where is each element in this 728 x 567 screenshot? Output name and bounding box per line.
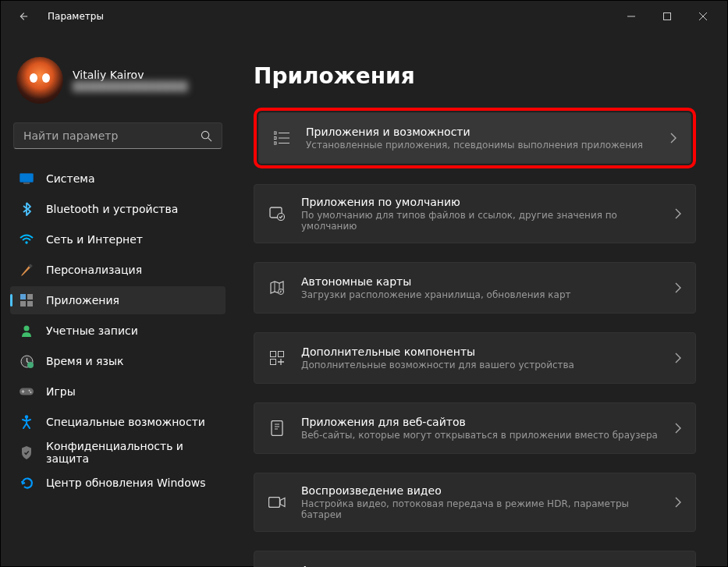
profile-info: Vitaliy Kairov ████████████████ — [73, 69, 188, 92]
sidebar-item-time[interactable]: Время и язык — [10, 347, 226, 375]
card-subtitle: Дополнительные возможности для вашего ус… — [301, 360, 659, 370]
settings-card-web-apps[interactable]: Приложения для веб-сайтовВеб-сайты, кото… — [254, 402, 696, 454]
components-icon — [268, 349, 286, 367]
chevron-right-icon — [675, 497, 681, 508]
sidebar-item-update[interactable]: Центр обновления Windows — [10, 469, 226, 497]
chevron-right-icon — [675, 423, 681, 434]
svg-rect-7 — [27, 294, 33, 299]
svg-point-15 — [30, 392, 31, 393]
sidebar-item-system[interactable]: Система — [10, 165, 226, 193]
settings-card-default-apps[interactable]: Приложения по умолчаниюПо умолчанию для … — [254, 184, 696, 243]
settings-card-startup[interactable]: АвтозагрузкаПриложения, которые запускаю… — [254, 551, 696, 567]
svg-point-14 — [29, 390, 30, 392]
svg-rect-9 — [27, 301, 33, 307]
main-panel: Приложения Приложения и возможностиУстан… — [235, 32, 727, 567]
sidebar-item-label: Время и язык — [46, 355, 123, 367]
avatar — [16, 57, 63, 104]
settings-card-maps[interactable]: Автономные картыЗагрузки расположение хр… — [254, 262, 696, 314]
svg-point-1 — [201, 131, 208, 138]
svg-rect-23 — [271, 352, 276, 357]
svg-rect-27 — [269, 498, 280, 508]
default-apps-icon — [268, 205, 286, 222]
sidebar-item-label: Специальные возможности — [46, 416, 205, 428]
sidebar-item-label: Сеть и Интернет — [46, 233, 143, 246]
svg-rect-17 — [274, 132, 276, 134]
sidebar-item-wifi[interactable]: Сеть и Интернет — [10, 225, 226, 253]
chevron-right-icon — [670, 133, 677, 144]
system-icon — [20, 172, 34, 186]
chevron-right-icon — [675, 353, 681, 363]
card-title: Приложения для веб-сайтов — [301, 416, 659, 428]
sidebar-item-label: Система — [46, 172, 94, 185]
svg-rect-26 — [272, 421, 282, 436]
settings-card-components[interactable]: Дополнительные компонентыДополнительные … — [254, 332, 696, 384]
settings-card-list[interactable]: Приложения и возможностиУстановленные пр… — [258, 112, 691, 164]
sidebar-item-label: Персонализация — [46, 264, 142, 276]
card-list: Приложения и возможностиУстановленные пр… — [254, 108, 696, 567]
window-title: Параметры — [48, 11, 104, 22]
back-button[interactable] — [7, 1, 38, 32]
titlebar: Параметры — [1, 1, 727, 32]
sidebar-item-accessibility[interactable]: Специальные возможности — [10, 408, 226, 436]
search-icon — [201, 130, 212, 142]
card-title: Автономные карты — [301, 275, 659, 288]
video-icon — [268, 494, 286, 511]
chevron-right-icon — [675, 208, 681, 219]
sidebar: Vitaliy Kairov ████████████████ СистемаB… — [1, 32, 235, 567]
sidebar-item-games[interactable]: Игры — [10, 377, 226, 406]
sidebar-item-label: Конфиденциальность и защита — [46, 440, 216, 465]
web-apps-icon — [268, 420, 286, 437]
svg-rect-6 — [20, 294, 26, 299]
card-text: АвтозагрузкаПриложения, которые запускаю… — [301, 564, 659, 567]
settings-window: Параметры Vitaliy Kairov ███████████████… — [0, 0, 728, 567]
profile-section[interactable]: Vitaliy Kairov ████████████████ — [10, 51, 226, 116]
card-title: Приложения и возможности — [306, 126, 655, 138]
games-icon — [20, 384, 34, 399]
search-box[interactable] — [13, 122, 222, 149]
sidebar-item-label: Bluetooth и устройства — [46, 203, 178, 215]
sidebar-item-label: Игры — [46, 385, 76, 398]
content-area: Vitaliy Kairov ████████████████ СистемаB… — [1, 32, 727, 567]
search-input[interactable] — [23, 129, 201, 142]
card-text: Воспроизведение видеоНастройка видео, по… — [301, 484, 659, 520]
account-icon — [20, 324, 34, 338]
settings-card-video[interactable]: Воспроизведение видеоНастройка видео, по… — [254, 473, 696, 532]
svg-point-12 — [27, 362, 34, 368]
window-controls — [613, 4, 721, 29]
wifi-icon — [20, 232, 34, 246]
sidebar-item-label: Учетные записи — [46, 324, 138, 337]
card-subtitle: Загрузки расположение хранилища, обновле… — [301, 289, 659, 300]
highlight-frame: Приложения и возможностиУстановленные пр… — [254, 108, 696, 168]
card-subtitle: Установленные приложения, псевдонимы вып… — [306, 140, 655, 151]
maximize-button[interactable] — [649, 4, 685, 29]
privacy-icon — [20, 445, 34, 459]
card-text: Дополнительные компонентыДополнительные … — [301, 346, 659, 370]
profile-name: Vitaliy Kairov — [73, 69, 188, 81]
chevron-right-icon — [675, 282, 681, 293]
card-subtitle: По умолчанию для типов файлов и ссылок, … — [301, 210, 659, 232]
accessibility-icon — [20, 415, 34, 429]
svg-rect-2 — [20, 174, 34, 183]
card-title: Автозагрузка — [301, 564, 659, 567]
sidebar-item-privacy[interactable]: Конфиденциальность и защита — [10, 438, 226, 466]
sidebar-item-bluetooth[interactable]: Bluetooth и устройства — [10, 195, 226, 223]
apps-icon — [20, 293, 34, 307]
sidebar-item-apps[interactable]: Приложения — [10, 286, 226, 314]
bluetooth-icon — [20, 202, 34, 216]
svg-rect-25 — [271, 360, 276, 365]
sidebar-item-label: Приложения — [46, 294, 119, 307]
close-button[interactable] — [685, 4, 721, 29]
svg-rect-8 — [20, 301, 26, 307]
page-title: Приложения — [254, 63, 696, 89]
card-title: Дополнительные компоненты — [301, 346, 659, 358]
card-text: Автономные картыЗагрузки расположение хр… — [301, 275, 659, 300]
card-text: Приложения для веб-сайтовВеб-сайты, кото… — [301, 416, 659, 441]
profile-email: ████████████████ — [73, 81, 188, 92]
sidebar-item-brush[interactable]: Персонализация — [10, 256, 226, 284]
minimize-button[interactable] — [613, 4, 649, 29]
card-text: Приложения и возможностиУстановленные пр… — [306, 126, 655, 151]
brush-icon — [20, 263, 34, 277]
sidebar-item-label: Центр обновления Windows — [46, 477, 205, 489]
card-text: Приложения по умолчаниюПо умолчанию для … — [301, 196, 659, 232]
sidebar-item-account[interactable]: Учетные записи — [10, 317, 226, 345]
